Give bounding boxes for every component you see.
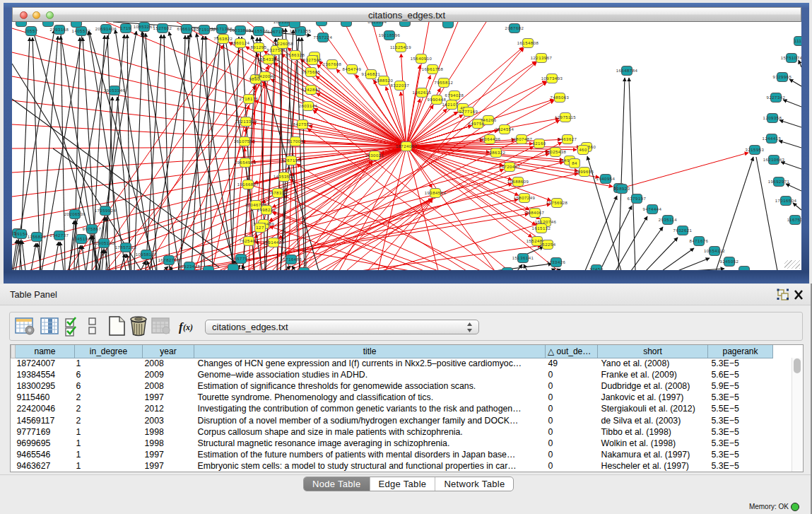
svg-text:2367608: 2367608 xyxy=(323,62,342,66)
svg-text:891295: 891295 xyxy=(250,45,266,49)
svg-text:8322037: 8322037 xyxy=(391,83,410,88)
svg-text:7632621: 7632621 xyxy=(673,228,693,233)
svg-text:3215953: 3215953 xyxy=(746,148,765,152)
svg-text:8813054: 8813054 xyxy=(368,22,387,24)
svg-text:10654112: 10654112 xyxy=(704,249,725,253)
svg-text:9990448: 9990448 xyxy=(428,98,447,102)
svg-text:15751074: 15751074 xyxy=(781,56,801,60)
svg-text:1345194: 1345194 xyxy=(72,237,91,241)
svg-text:9329965: 9329965 xyxy=(773,75,792,79)
svg-text:29053346: 29053346 xyxy=(104,88,126,93)
svg-text:12905135: 12905135 xyxy=(93,241,115,245)
svg-text:2718176: 2718176 xyxy=(240,97,259,101)
svg-text:19166827: 19166827 xyxy=(237,182,259,187)
svg-text:7515526: 7515526 xyxy=(249,29,269,33)
svg-text:460: 460 xyxy=(579,148,587,152)
svg-text:39154: 39154 xyxy=(14,232,28,236)
svg-text:6379197: 6379197 xyxy=(628,197,647,201)
svg-text:16782759: 16782759 xyxy=(158,258,180,262)
svg-text:1588520: 1588520 xyxy=(375,78,394,83)
svg-text:15136141: 15136141 xyxy=(512,256,534,260)
svg-text:7386322: 7386322 xyxy=(487,151,506,155)
svg-text:2803144: 2803144 xyxy=(299,104,318,108)
svg-text:84: 84 xyxy=(572,161,577,165)
svg-text:1067191: 1067191 xyxy=(268,30,287,34)
svg-text:8267150: 8267150 xyxy=(282,158,301,163)
svg-text:15716485: 15716485 xyxy=(281,257,302,262)
svg-text:15807249: 15807249 xyxy=(514,196,536,200)
svg-text:252254: 252254 xyxy=(539,243,555,247)
svg-text:9860124: 9860124 xyxy=(231,41,250,45)
svg-text:16210643: 16210643 xyxy=(763,158,785,162)
svg-text:14353594: 14353594 xyxy=(273,175,295,179)
svg-text:1209358: 1209358 xyxy=(763,116,782,120)
svg-text:9463627: 9463627 xyxy=(558,137,577,141)
svg-text:12213369: 12213369 xyxy=(235,119,257,124)
svg-text:17857223: 17857223 xyxy=(115,245,137,250)
svg-text:3824554: 3824554 xyxy=(495,127,514,132)
svg-text:2530021: 2530021 xyxy=(365,153,384,158)
svg-text:16107553: 16107553 xyxy=(234,139,256,144)
svg-text:9657791: 9657791 xyxy=(232,257,251,261)
svg-text:9474444: 9474444 xyxy=(643,207,662,211)
svg-text:6794028: 6794028 xyxy=(445,93,464,98)
svg-text:9777169: 9777169 xyxy=(459,110,478,114)
svg-text:10958107: 10958107 xyxy=(136,252,158,257)
svg-text:(x): (x) xyxy=(183,322,193,332)
svg-text:92450: 92450 xyxy=(589,267,603,270)
svg-text:1362615: 1362615 xyxy=(413,90,432,95)
svg-text:1719: 1719 xyxy=(120,26,131,30)
svg-text:1405572: 1405572 xyxy=(72,29,91,33)
svg-text:20557: 20557 xyxy=(24,29,37,33)
svg-text:9146821: 9146821 xyxy=(362,72,381,76)
svg-text:19218596: 19218596 xyxy=(379,33,401,37)
svg-text:19384554: 19384554 xyxy=(425,191,447,195)
svg-text:2942737: 2942737 xyxy=(50,233,69,238)
svg-text:7557224: 7557224 xyxy=(314,35,333,40)
svg-text:9084067: 9084067 xyxy=(526,211,545,215)
svg-text:1733426: 1733426 xyxy=(547,260,566,264)
svg-text:8427552: 8427552 xyxy=(293,122,312,127)
svg-text:2087682: 2087682 xyxy=(505,26,524,30)
svg-text:8471676: 8471676 xyxy=(690,239,709,243)
svg-text:16671355: 16671355 xyxy=(290,29,312,33)
svg-text:9327506: 9327506 xyxy=(303,58,322,62)
svg-text:16914479: 16914479 xyxy=(263,240,285,245)
svg-text:938923: 938923 xyxy=(613,187,630,191)
svg-text:7955812: 7955812 xyxy=(435,81,454,85)
svg-text:9242843: 9242843 xyxy=(302,88,321,92)
svg-text:116753: 116753 xyxy=(787,218,801,222)
svg-text:9227342: 9227342 xyxy=(767,95,786,100)
svg-text:1615132: 1615132 xyxy=(532,226,551,230)
svg-text:18724007: 18724007 xyxy=(396,144,418,148)
svg-text:16543382: 16543382 xyxy=(258,57,280,62)
svg-text:10973493: 10973493 xyxy=(541,76,563,81)
svg-text:7485063: 7485063 xyxy=(551,95,570,100)
svg-text:19692971: 19692971 xyxy=(768,180,790,184)
svg-text:7625402: 7625402 xyxy=(240,239,259,243)
svg-text:12923448: 12923448 xyxy=(179,264,201,269)
svg-text:16961758: 16961758 xyxy=(422,67,444,71)
svg-text:1156829: 1156829 xyxy=(28,235,47,239)
svg-text:746266: 746266 xyxy=(480,118,496,122)
svg-text:12213967: 12213967 xyxy=(531,56,553,60)
svg-text:917004: 917004 xyxy=(287,139,303,144)
svg-text:62160: 62160 xyxy=(532,141,546,146)
svg-text:16154808: 16154808 xyxy=(517,41,539,45)
svg-text:19756928: 19756928 xyxy=(546,201,568,205)
svg-text:17016504: 17016504 xyxy=(775,199,797,203)
svg-text:9245052: 9245052 xyxy=(720,259,739,264)
svg-text:19654925: 19654925 xyxy=(235,160,257,165)
svg-text:12975115: 12975115 xyxy=(555,115,576,119)
svg-text:15720407: 15720407 xyxy=(499,165,521,169)
svg-text:16033809: 16033809 xyxy=(230,28,252,33)
svg-text:10025438: 10025438 xyxy=(545,150,567,154)
svg-text:20691406: 20691406 xyxy=(95,27,117,31)
svg-text:8454749: 8454749 xyxy=(343,67,362,71)
svg-text:8186328: 8186328 xyxy=(286,53,305,57)
svg-text:10807487: 10807487 xyxy=(511,137,533,141)
svg-text:10688609: 10688609 xyxy=(507,180,529,184)
svg-text:15640910: 15640910 xyxy=(411,57,433,61)
svg-text:1498222: 1498222 xyxy=(257,208,276,212)
svg-text:127: 127 xyxy=(256,226,264,230)
